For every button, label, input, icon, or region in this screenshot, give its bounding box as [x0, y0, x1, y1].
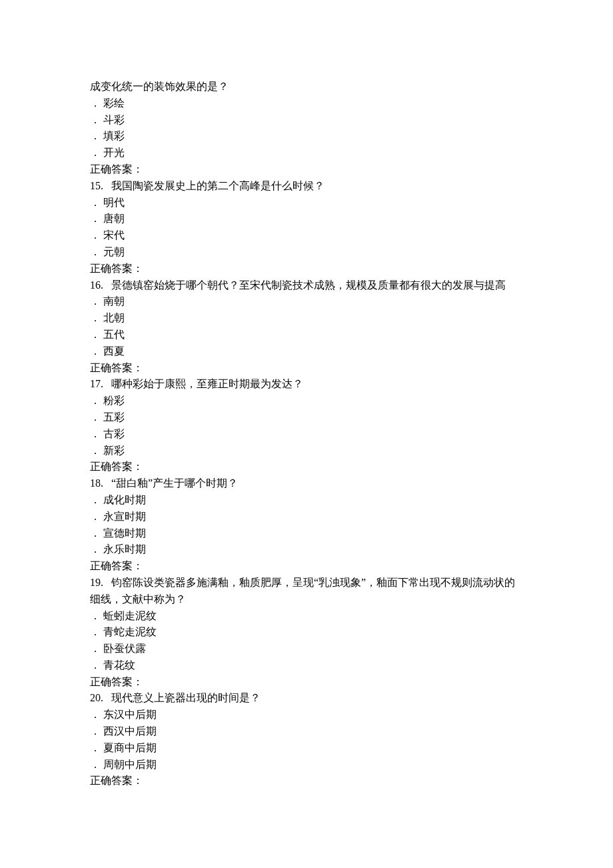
question-text: 钧窑陈设类瓷器多施满釉，釉质肥厚，呈现“乳浊现象”，釉面下常出现不规则流动状的细…	[90, 577, 515, 605]
option-line: ． 周朝中后期	[90, 757, 523, 773]
answer-label: 正确答案：	[90, 261, 523, 277]
option-prefix: ．	[90, 742, 101, 753]
option-line: ． 青蛇走泥纹	[90, 624, 523, 641]
option-text: 蚯蚓走泥纹	[103, 610, 157, 621]
option-prefix: ．	[90, 312, 101, 323]
option-text: 斗彩	[103, 114, 125, 125]
option-prefix: ．	[90, 395, 101, 406]
answer-label: 正确答案：	[90, 161, 523, 178]
option-line: ． 东汉中后期	[90, 707, 523, 723]
question-line: 成变化统一的装饰效果的是？	[90, 79, 523, 95]
option-text: 夏商中后期	[103, 742, 157, 753]
question-number: 18.	[90, 477, 103, 489]
answer-label: 正确答案：	[90, 558, 523, 575]
option-text: 卧蚕伏露	[103, 643, 146, 654]
question-line: 16. 景德镇窑始烧于哪个朝代？至宋代制瓷技术成熟，规模及质量都有很大的发展与提…	[90, 277, 523, 294]
option-line: ． 西汉中后期	[90, 723, 523, 740]
option-text: 宣德时期	[103, 527, 146, 539]
option-text: 北朝	[103, 312, 125, 323]
option-prefix: ．	[90, 295, 101, 307]
option-line: ． 北朝	[90, 310, 523, 327]
option-line: ． 宣德时期	[90, 525, 523, 542]
question-text: 成变化统一的装饰效果的是？	[90, 81, 229, 92]
option-line: ． 填彩	[90, 128, 523, 145]
option-text: 五代	[103, 329, 125, 340]
option-text: 西夏	[103, 345, 125, 357]
option-line: ． 永宣时期	[90, 509, 523, 525]
option-line: ． 卧蚕伏露	[90, 641, 523, 657]
option-line: ． 成化时期	[90, 492, 523, 509]
option-line: ． 五代	[90, 327, 523, 343]
answer-label: 正确答案：	[90, 773, 523, 789]
answer-label: 正确答案：	[90, 674, 523, 691]
option-text: 南朝	[103, 295, 125, 307]
question-number: 17.	[90, 378, 103, 389]
question-number: 20.	[90, 692, 103, 703]
option-prefix: ．	[90, 428, 101, 439]
answer-label: 正确答案：	[90, 459, 523, 475]
option-text: 五彩	[103, 411, 125, 423]
question-line: 20. 现代意义上瓷器出现的时间是？	[90, 690, 523, 707]
option-line: ． 西夏	[90, 343, 523, 360]
option-line: ． 斗彩	[90, 112, 523, 129]
option-text: 开光	[103, 147, 125, 158]
option-text: 填彩	[103, 130, 125, 141]
option-line: ． 南朝	[90, 293, 523, 310]
option-prefix: ．	[90, 329, 101, 340]
question-text: 哪种彩始于康熙，至雍正时期最为发达？	[111, 378, 303, 389]
question-text: 景德镇窑始烧于哪个朝代？至宋代制瓷技术成熟，规模及质量都有很大的发展与提高	[111, 279, 506, 291]
option-text: 元朝	[103, 246, 125, 257]
option-text: 古彩	[103, 428, 125, 439]
option-prefix: ．	[90, 659, 101, 671]
option-prefix: ．	[90, 246, 101, 257]
option-prefix: ．	[90, 759, 101, 770]
option-text: 永乐时期	[103, 543, 146, 555]
option-line: ． 新彩	[90, 443, 523, 459]
option-text: 西汉中后期	[103, 725, 157, 737]
option-prefix: ．	[90, 345, 101, 357]
option-line: ． 开光	[90, 145, 523, 161]
answer-label: 正确答案：	[90, 360, 523, 377]
option-text: 周朝中后期	[103, 759, 157, 770]
question-text: 我国陶瓷发展史上的第二个高峰是什么时候？	[111, 180, 324, 191]
question-number: 15.	[90, 180, 103, 191]
option-prefix: ．	[90, 527, 101, 539]
option-line: ． 明代	[90, 195, 523, 211]
option-text: 宋代	[103, 229, 125, 241]
option-prefix: ．	[90, 130, 101, 141]
question-line: 19. 钧窑陈设类瓷器多施满釉，釉质肥厚，呈现“乳浊现象”，釉面下常出现不规则流…	[90, 575, 523, 608]
option-line: ． 粉彩	[90, 393, 523, 409]
option-line: ． 青花纹	[90, 657, 523, 674]
option-prefix: ．	[90, 626, 101, 637]
option-text: 新彩	[103, 445, 125, 456]
option-prefix: ．	[90, 97, 101, 109]
option-prefix: ．	[90, 229, 101, 241]
option-text: 永宣时期	[103, 511, 146, 522]
question-number: 19.	[90, 577, 103, 588]
option-prefix: ．	[90, 511, 101, 522]
question-line: 15. 我国陶瓷发展史上的第二个高峰是什么时候？	[90, 178, 523, 195]
option-prefix: ．	[90, 114, 101, 125]
option-text: 彩绘	[103, 97, 125, 109]
question-number: 16.	[90, 279, 103, 291]
option-text: 青蛇走泥纹	[103, 626, 157, 637]
question-line: 17. 哪种彩始于康熙，至雍正时期最为发达？	[90, 376, 523, 393]
option-text: 唐朝	[103, 213, 125, 224]
option-prefix: ．	[90, 494, 101, 505]
option-text: 成化时期	[103, 494, 146, 505]
option-prefix: ．	[90, 725, 101, 737]
option-prefix: ．	[90, 610, 101, 621]
option-line: ． 唐朝	[90, 211, 523, 227]
option-line: ． 古彩	[90, 426, 523, 443]
option-text: 粉彩	[103, 395, 125, 406]
option-prefix: ．	[90, 709, 101, 720]
option-prefix: ．	[90, 543, 101, 555]
option-line: ． 永乐时期	[90, 541, 523, 558]
option-prefix: ．	[90, 213, 101, 224]
question-line: 18. “甜白釉”产生于哪个时期？	[90, 475, 523, 492]
question-text: “甜白釉”产生于哪个时期？	[111, 477, 238, 489]
option-line: ． 宋代	[90, 227, 523, 244]
option-line: ． 蚯蚓走泥纹	[90, 608, 523, 625]
option-prefix: ．	[90, 197, 101, 208]
option-prefix: ．	[90, 445, 101, 456]
